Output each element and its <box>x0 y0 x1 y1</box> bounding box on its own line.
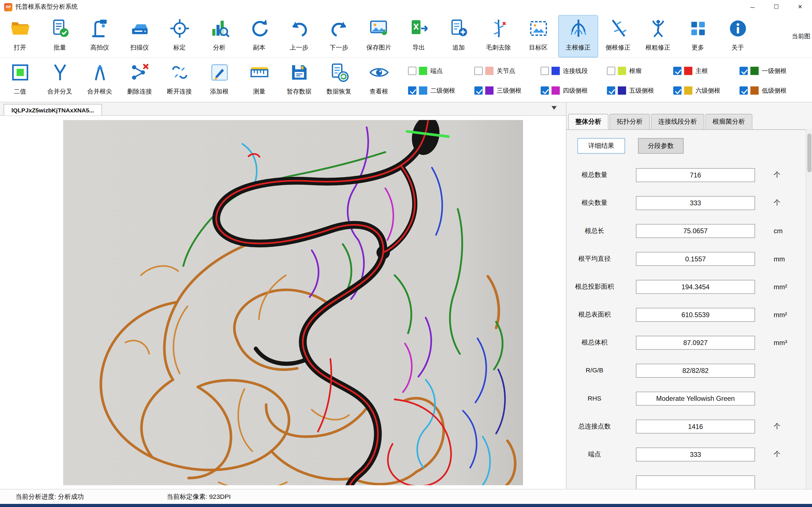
scrollbar-thumb[interactable] <box>807 133 811 172</box>
metric-value[interactable]: Moderate Yellowish Green <box>636 391 755 405</box>
toolbar-view-root-button[interactable]: 查看根 <box>359 59 399 102</box>
toolbar-disconnect-button[interactable]: 断开连接 <box>160 59 199 102</box>
analysis-panel: 整体分析 拓扑分析 连接线段分析 根瘤菌分析 详细结果 分段参数 根总数量 71… <box>566 103 812 489</box>
toolbar-analyze-button[interactable]: 分析 <box>199 15 239 57</box>
joint-checkbox[interactable] <box>474 67 483 75</box>
toolbar-redo-button[interactable]: 下一步 <box>319 15 359 57</box>
lateral-3-checkbox[interactable] <box>474 87 483 95</box>
legend-nodule[interactable]: 根瘤 <box>607 66 673 75</box>
metric-row-avg-diameter: 根平均直径 0.1557 mm <box>566 245 812 273</box>
panel-scrollbar[interactable] <box>806 129 812 489</box>
window-controls: ─ ☐ ✕ <box>741 0 812 14</box>
minimize-button[interactable]: ─ <box>741 0 764 14</box>
segment-params-button[interactable]: 分段参数 <box>638 138 684 154</box>
delete-connection-icon <box>129 62 150 85</box>
metric-row-projection-area: 根总投影面积 194.3454 mm² <box>566 273 812 300</box>
toolbar-delete-connection-button[interactable]: 删除连接 <box>119 59 159 102</box>
tab-list-dropdown-icon[interactable] <box>552 106 557 110</box>
about-icon <box>727 18 748 41</box>
close-button[interactable]: ✕ <box>788 0 812 14</box>
add-root-icon <box>209 62 230 85</box>
metric-unit: mm² <box>774 311 787 319</box>
legend-lateral-2[interactable]: 二级侧根 <box>408 86 474 95</box>
legend-lateral-3[interactable]: 三级侧根 <box>474 86 541 95</box>
toolbar-main-root-fix-button[interactable]: 主根修正 <box>558 15 598 57</box>
metric-value[interactable]: 610.5539 <box>636 307 755 322</box>
toolbar-target-area-button[interactable]: 目标区 <box>518 15 558 57</box>
metric-value[interactable]: 194.3454 <box>636 280 755 294</box>
merge-fork-icon <box>49 62 70 85</box>
metric-row-rhs: RHS Moderate Yellowish Green <box>566 385 812 412</box>
window-title: 托普根系表型分析系统 <box>15 3 78 11</box>
tab-overall-analysis[interactable]: 整体分析 <box>568 114 608 129</box>
toolbar-deburr-button[interactable]: 毛刺去除 <box>478 15 518 57</box>
legend-lateral-1[interactable]: 一级侧根 <box>740 66 806 75</box>
toolbar-duplicate-button[interactable]: 副本 <box>239 15 279 57</box>
lateral-low-checkbox[interactable] <box>740 87 748 95</box>
lateral-1-checkbox[interactable] <box>740 67 748 75</box>
toolbar-calibrate-button[interactable]: 标定 <box>160 15 199 57</box>
main-root-checkbox[interactable] <box>673 67 681 75</box>
tab-topology-analysis[interactable]: 拓扑分析 <box>610 114 650 129</box>
lateral-6-checkbox[interactable] <box>673 87 681 95</box>
legend-segment[interactable]: 连接线段 <box>541 66 607 75</box>
toolbar-root-width-fix-button[interactable]: 根粗修正 <box>638 15 678 57</box>
toolbar-about-button[interactable]: 关于 <box>718 15 758 57</box>
legend-lateral-6[interactable]: 六级侧根 <box>673 86 740 95</box>
legend-lateral-4[interactable]: 四级侧根 <box>541 86 607 95</box>
toolbar-lateral-root-fix-button[interactable]: 侧根修正 <box>598 15 638 57</box>
toolbar-measure-button[interactable]: 测量 <box>239 59 279 102</box>
legend-lateral-low[interactable]: 低级侧根 <box>740 86 806 95</box>
toolbar-restore-data-button[interactable]: 数据恢复 <box>319 59 359 102</box>
metric-value[interactable]: 0.1557 <box>636 252 755 266</box>
legend-main-root[interactable]: 主根 <box>673 66 740 75</box>
metric-value[interactable]: 82/82/82 <box>636 363 755 378</box>
metric-label: R/G/B <box>566 367 622 374</box>
toolbar-save-image-button[interactable]: 保存图片 <box>359 15 399 57</box>
endpoint-checkbox[interactable] <box>408 67 416 75</box>
analysis-panel-tabs: 整体分析 拓扑分析 连接线段分析 根瘤菌分析 <box>566 114 812 130</box>
metric-value-partial[interactable] <box>636 475 755 489</box>
nodule-checkbox[interactable] <box>607 67 615 75</box>
stash-data-icon <box>289 62 309 85</box>
metric-value[interactable]: 87.0927 <box>636 335 755 349</box>
tab-rhizobium-analysis[interactable]: 根瘤菌分析 <box>705 114 752 129</box>
toolbar-add-root-button[interactable]: 添加根 <box>199 59 239 102</box>
deburr-icon <box>488 18 509 41</box>
toolbar-undo-button[interactable]: 上一步 <box>279 15 319 57</box>
segment-checkbox[interactable] <box>541 67 549 75</box>
toolbar-more-button[interactable]: 更多 <box>678 15 718 57</box>
toolbar-scanner-button[interactable]: 扫描仪 <box>119 15 159 57</box>
maximize-button[interactable]: ☐ <box>764 0 788 14</box>
metric-value[interactable]: 75.0657 <box>636 224 755 238</box>
toolbar-stash-data-button[interactable]: 暂存数据 <box>279 59 319 102</box>
toolbar-merge-tip-button[interactable]: 合并根尖 <box>80 59 119 102</box>
metric-value[interactable]: 333 <box>636 447 755 461</box>
legend-joint[interactable]: 关节点 <box>474 66 541 75</box>
root-trace-image[interactable] <box>63 120 523 485</box>
metric-value[interactable]: 1416 <box>636 419 755 434</box>
main-root-fix-icon <box>568 18 589 41</box>
toolbar-append-button[interactable]: 追加 <box>439 15 478 57</box>
toolbar-merge-fork-button[interactable]: 合并分叉 <box>40 59 80 102</box>
toolbar-batch-button[interactable]: 批量 <box>40 15 80 57</box>
toolbar-binary-button[interactable]: 二值 <box>0 59 40 102</box>
document-tab[interactable]: lQLPJxZ5wizbKjTNAxXNA5... <box>4 104 102 115</box>
current-image-label: 当前图 <box>792 32 812 41</box>
lateral-5-checkbox[interactable] <box>607 87 615 95</box>
legend-lateral-5[interactable]: 五级侧根 <box>607 86 673 95</box>
detail-results-button[interactable]: 详细结果 <box>577 138 625 154</box>
metric-value[interactable]: 716 <box>636 168 755 182</box>
metric-value[interactable]: 333 <box>636 196 755 210</box>
image-canvas[interactable] <box>0 116 566 489</box>
legend-endpoint[interactable]: 端点 <box>408 66 474 75</box>
lateral-low-color-swatch <box>750 87 758 95</box>
toolbar-export-button[interactable]: 导出 <box>399 15 439 57</box>
toolbar-open-button[interactable]: 打开 <box>0 15 40 57</box>
tab-segment-analysis[interactable]: 连接线段分析 <box>651 114 704 129</box>
lateral-2-checkbox[interactable] <box>408 87 416 95</box>
metric-label: 根总数量 <box>566 170 622 179</box>
app-logo-icon: RP <box>4 3 12 11</box>
lateral-4-checkbox[interactable] <box>541 87 549 95</box>
toolbar-doc-camera-button[interactable]: 高拍仪 <box>80 15 119 57</box>
